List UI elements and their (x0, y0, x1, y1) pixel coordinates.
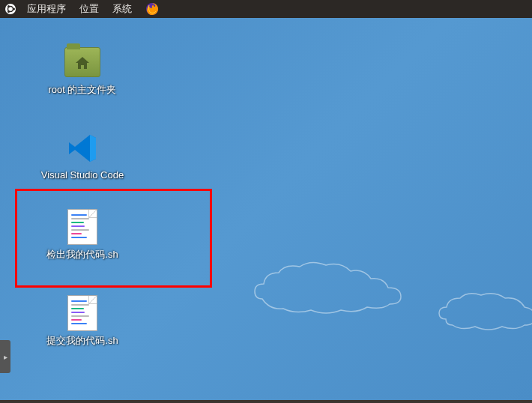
svg-point-4 (7, 10, 10, 13)
menu-system[interactable]: 系统 (109, 2, 135, 16)
svg-point-2 (13, 8, 15, 10)
icon-label: 检出我的代码.sh (46, 248, 118, 261)
firefox-icon[interactable] (145, 2, 159, 16)
desktop-icon-checkout-script[interactable]: 检出我的代码.sh (37, 209, 127, 261)
desktop-icon-home-folder[interactable]: root 的主文件夹 (37, 44, 127, 97)
folder-home-icon (64, 44, 100, 80)
svg-point-3 (7, 5, 10, 7)
bottom-panel-edge (0, 400, 532, 403)
menu-places[interactable]: 位置 (76, 2, 102, 16)
wallpaper-cloud (435, 288, 532, 333)
icon-label: Visual Studio Code (41, 169, 124, 181)
script-file-icon (64, 209, 100, 245)
wallpaper-cloud (247, 258, 412, 318)
dock-expand-handle[interactable]: ▸ (0, 340, 10, 373)
script-file-icon (64, 295, 100, 331)
ubuntu-logo-icon[interactable] (4, 3, 16, 15)
chevron-right-icon: ▸ (4, 353, 7, 361)
menu-applications[interactable]: 应用程序 (24, 2, 69, 16)
menubar: 应用程序 位置 系统 (0, 0, 532, 18)
vscode-icon (64, 130, 100, 166)
desktop[interactable]: root 的主文件夹 Visual Studio Code 检出我的代码.sh (0, 18, 532, 403)
icon-label: 提交我的代码.sh (46, 334, 118, 348)
icon-label: root 的主文件夹 (48, 83, 116, 97)
desktop-icon-commit-script[interactable]: 提交我的代码.sh (37, 295, 127, 348)
desktop-icon-vscode[interactable]: Visual Studio Code (37, 130, 127, 181)
